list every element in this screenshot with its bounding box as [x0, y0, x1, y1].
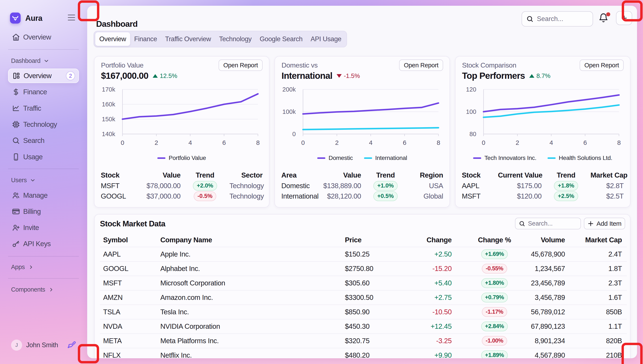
table-header-cell: Change %	[452, 236, 520, 244]
sidebar-link-apps[interactable]: Apps	[11, 264, 34, 270]
add-button[interactable]	[616, 11, 632, 25]
table-cell: +2.75	[419, 294, 452, 302]
sidebar-item-search[interactable]: Search	[8, 133, 79, 148]
app-logo[interactable]	[10, 12, 21, 24]
sidebar-link-components[interactable]: Components	[11, 286, 54, 293]
change-pct-pill: +1.69%	[481, 249, 508, 259]
table-row[interactable]: GOOGLAlphabet Inc.$2750.80-15.20-0.55%1,…	[100, 261, 627, 276]
avatar: J	[11, 340, 22, 350]
open-report-button[interactable]: Open Report	[219, 60, 263, 71]
mini-table-header: StockValueTrendSector	[101, 170, 263, 180]
table-cell: AMZN	[100, 294, 160, 302]
mini-cell: +2.5%	[542, 191, 590, 201]
legend-label: Domestic	[329, 154, 353, 162]
sidebar-item-technology[interactable]: Technology	[8, 117, 79, 132]
mini-cell: USA	[410, 182, 443, 190]
search-input[interactable]	[537, 15, 588, 23]
tab-overview[interactable]: Overview	[95, 32, 130, 46]
table-cell: +9.90	[419, 351, 452, 358]
mini-table-row: GOOGL$37,000.00-0.5%Technology	[101, 191, 263, 201]
tab-technology[interactable]: Technology	[215, 32, 256, 46]
triangle-down-icon	[337, 74, 342, 78]
mini-cell: $138,889.00	[317, 182, 361, 190]
chart-series-portfolio-value	[122, 94, 258, 119]
tab-bar: OverviewFinanceTraffic OverviewTechnolog…	[94, 31, 347, 47]
tab-google-search[interactable]: Google Search	[256, 32, 307, 46]
sidebar: Aura Overview Dashboard Overview 2 Finan…	[0, 0, 87, 364]
sidebar-item-invite[interactable]: Invite	[8, 220, 79, 235]
svg-text:0: 0	[301, 139, 305, 146]
sidebar-item-billing[interactable]: Billing	[8, 204, 79, 219]
search-icon	[526, 15, 533, 22]
svg-text:0: 0	[292, 130, 296, 138]
table-cell: NVIDIA Corporation	[160, 322, 345, 330]
svg-text:4: 4	[549, 139, 553, 146]
sidebar-item-traffic[interactable]: Traffic	[8, 101, 79, 116]
table-cell: META	[100, 337, 160, 345]
chart-icon	[12, 104, 20, 112]
tab-traffic-overview[interactable]: Traffic Overview	[161, 32, 215, 46]
table-row[interactable]: MSFTMicrosoft Corporation$305.60+5.40+1.…	[100, 276, 627, 290]
stock-market-card: Stock Market Data Add Item SymbolCompany…	[94, 214, 630, 358]
table-cell: Apple Inc.	[160, 250, 345, 258]
svg-text:4: 4	[188, 139, 192, 146]
mini-table-row: MSFT$120.00+2.5%$2.5T	[462, 191, 624, 201]
sidebar-item-api-keys[interactable]: API Keys	[8, 236, 79, 251]
svg-text:2: 2	[155, 139, 158, 146]
table-row[interactable]: METAMeta Platforms Inc.$320.75-3.25-1.00…	[100, 334, 627, 348]
header-search	[522, 11, 593, 26]
tab-api-usage[interactable]: API Usage	[307, 32, 345, 46]
mini-header-cell: Stock	[101, 171, 137, 179]
chart-series-health-solutions-ltd-	[484, 105, 619, 118]
table-search-input[interactable]	[528, 220, 577, 227]
table-header-cell: Volume	[520, 236, 565, 244]
sidebar-section-users[interactable]: Users	[11, 177, 36, 184]
svg-text:2: 2	[335, 139, 339, 146]
sidebar-item-finance[interactable]: Finance	[8, 85, 79, 99]
table-row[interactable]: TSLATesla Inc.$850.90-10.50-1.17%56,789,…	[100, 304, 627, 319]
svg-text:100k: 100k	[282, 108, 296, 115]
svg-text:8: 8	[437, 139, 440, 146]
chevron-down-icon	[43, 58, 49, 64]
mini-header-cell: Trend	[180, 171, 230, 179]
svg-text:100: 100	[466, 108, 476, 115]
open-report-button[interactable]: Open Report	[399, 60, 443, 71]
sidebar-item-usage[interactable]: Usage	[8, 150, 79, 164]
dollar-icon	[12, 88, 20, 96]
badge: 2	[66, 71, 75, 80]
add-item-button[interactable]: Add Item	[584, 218, 625, 229]
table-cell: NFLX	[100, 351, 160, 358]
table-cell: 8,901,234	[520, 337, 565, 345]
change-pct-pill: -1.17%	[482, 307, 507, 317]
divider	[8, 49, 79, 50]
table-row[interactable]: AAPLApple Inc.$150.25+2.50+1.69%45,678,9…	[100, 247, 627, 261]
sidebar-item-overview-top[interactable]: Overview	[8, 30, 79, 44]
sidebar-item-manage[interactable]: Manage	[8, 188, 79, 202]
mini-cell: +1.8%	[542, 181, 590, 191]
change-pct-pill: -1.00%	[482, 336, 507, 346]
svg-text:6: 6	[403, 139, 406, 146]
mini-header-cell: Stock	[462, 171, 498, 179]
paintbrush-icon[interactable]	[67, 340, 76, 350]
legend-item: Domestic	[317, 154, 353, 162]
tab-finance[interactable]: Finance	[130, 32, 161, 46]
table-row[interactable]: NVDANVIDIA Corporation$450.30+12.45+2.84…	[100, 319, 627, 334]
table-cell: MSFT	[100, 279, 160, 287]
table-cell: Microsoft Corporation	[160, 279, 345, 287]
triangle-up-icon	[529, 74, 534, 78]
table-row[interactable]: NFLXNetflix Inc.$480.20+9.90+1.89%4,567,…	[100, 348, 627, 358]
table-row[interactable]: AMZNAmazon.com Inc.$3300.50+2.75+0.79%3,…	[100, 290, 627, 304]
sidebar-section-dashboard[interactable]: Dashboard	[11, 57, 49, 64]
sidebar-item-overview[interactable]: Overview 2	[8, 68, 79, 83]
chart-legend: DomesticInternational	[275, 154, 450, 162]
table-cell: $305.60	[345, 279, 419, 287]
open-report-button[interactable]: Open Report	[580, 60, 624, 71]
mini-header-cell: Trend	[361, 171, 410, 179]
table-cell: 850B	[565, 308, 627, 316]
notifications-button[interactable]	[598, 13, 611, 26]
legend-swatch	[548, 157, 556, 159]
app-name: Aura	[25, 14, 42, 23]
menu-icon[interactable]	[68, 15, 75, 21]
svg-text:6: 6	[222, 139, 226, 146]
legend-item: International	[364, 154, 407, 162]
